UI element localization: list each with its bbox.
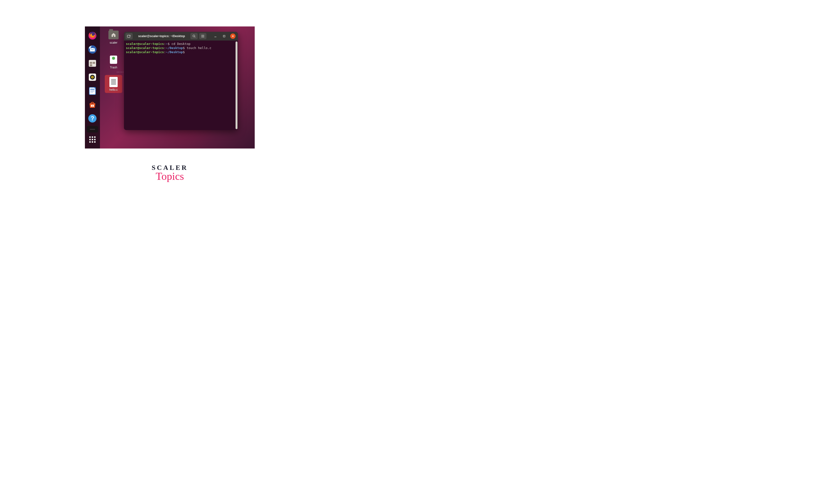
desktop-icon-label: Trash (110, 66, 117, 69)
svg-rect-3 (90, 62, 92, 64)
dock-rhythmbox[interactable] (87, 72, 98, 83)
svg-rect-15 (90, 92, 93, 92)
firefox-icon (88, 31, 97, 41)
dock-help[interactable]: ? (87, 113, 98, 124)
logo-text-topics: Topics (156, 170, 184, 183)
dock-running-indicator[interactable] (87, 126, 98, 133)
maximize-icon (223, 35, 225, 38)
dock-files[interactable] (87, 58, 98, 69)
new-tab-button[interactable] (126, 33, 133, 39)
dock-libreoffice-writer[interactable] (87, 85, 98, 96)
svg-rect-23 (223, 35, 225, 37)
minimize-icon (214, 35, 217, 38)
writer-icon (88, 86, 97, 96)
close-icon (232, 35, 234, 38)
terminal-line: scaler@scaler-topics:~/Desktop$ (126, 50, 236, 54)
ubuntu-desktop: A ? (85, 26, 255, 148)
terminal-line: scaler@scaler-topics:~$ cd Desktop (126, 42, 236, 46)
dock: A ? (85, 26, 100, 148)
dock-firefox[interactable] (87, 30, 98, 41)
svg-rect-12 (90, 89, 95, 89)
svg-text:?: ? (91, 115, 94, 122)
svg-rect-14 (90, 91, 95, 91)
menu-button[interactable] (199, 33, 207, 39)
svg-point-22 (193, 35, 195, 37)
desktop-icon-hello-c[interactable]: hello.c (105, 75, 122, 93)
new-tab-icon (127, 34, 131, 38)
terminal-scrollbar[interactable] (235, 42, 237, 129)
search-icon (193, 34, 196, 38)
apps-grid-icon (89, 136, 95, 143)
svg-rect-4 (93, 62, 95, 64)
desktop-icon-label: hello.c (109, 88, 118, 91)
svg-rect-5 (90, 64, 92, 66)
desktop-icons-area: scaler Trash (100, 26, 127, 95)
svg-point-9 (92, 77, 93, 78)
hamburger-icon (201, 35, 205, 38)
search-button[interactable] (191, 33, 198, 39)
svg-rect-13 (90, 90, 95, 90)
svg-text:A: A (92, 105, 93, 107)
home-folder-icon (108, 30, 119, 39)
dock-ubuntu-software[interactable]: A (87, 99, 98, 110)
desktop-icon-trash[interactable]: Trash (105, 53, 122, 71)
minimize-button[interactable] (213, 33, 218, 39)
maximize-button[interactable] (221, 33, 227, 39)
terminal-title: scaler@scaler-topics: ~/Desktop (134, 34, 189, 38)
terminal-titlebar[interactable]: scaler@scaler-topics: ~/Desktop (124, 32, 238, 41)
speaker-icon (88, 72, 97, 82)
desktop-icon-label: scaler (109, 41, 118, 45)
terminal-body[interactable]: scaler@scaler-topics:~$ cd Desktop scale… (124, 41, 238, 130)
trash-icon (110, 56, 117, 64)
close-button[interactable] (230, 33, 235, 39)
dock-thunderbird[interactable] (87, 44, 98, 55)
show-applications-button[interactable] (87, 134, 98, 145)
scaler-logo: SCALER Topics (0, 164, 340, 183)
desktop-icon-home[interactable]: scaler (105, 28, 122, 46)
help-icon: ? (88, 114, 97, 123)
software-icon: A (88, 100, 97, 110)
ubuntu-screenshot: A ? (85, 26, 255, 148)
thunderbird-icon (88, 45, 97, 54)
text-file-icon (109, 77, 118, 87)
terminal-line: scaler@scaler-topics:~/Desktop$ touch he… (126, 46, 236, 50)
files-icon (88, 59, 97, 68)
terminal-window: scaler@scaler-topics: ~/Desktop (124, 32, 238, 130)
